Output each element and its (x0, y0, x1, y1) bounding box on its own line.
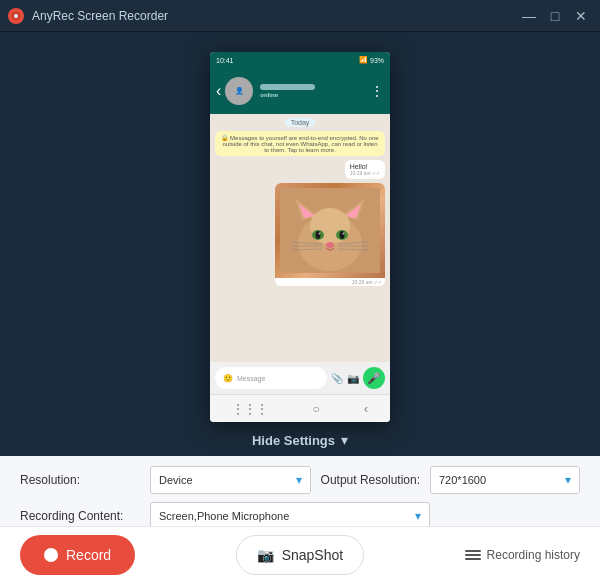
title-bar: AnyRec Screen Recorder — □ ✕ (0, 0, 600, 32)
output-res-label: Output Resolution: (321, 473, 420, 487)
wa-message-input[interactable]: 🙂 Message (215, 367, 327, 389)
nav-home-icon: ○ (312, 402, 319, 416)
nav-menu-icon: ⋮⋮⋮ (232, 402, 268, 416)
resolution-value: Device (159, 474, 193, 486)
mic-icon: 🎤 (363, 367, 385, 389)
back-icon: ‹ (216, 82, 221, 100)
phone-screen: 10:41 📶 93% ‹ 👤 online ⋮ To (210, 52, 390, 422)
hide-settings-toggle[interactable]: Hide Settings ▾ (252, 432, 348, 448)
history-lines-icon (465, 550, 481, 560)
cat-image (275, 183, 385, 278)
app-icon (8, 8, 24, 24)
content-label: Recording Content: (20, 509, 140, 523)
status-time: 10:41 (216, 57, 234, 64)
svg-point-13 (319, 233, 321, 235)
record-button[interactable]: Record (20, 535, 135, 575)
input-emoji-icon: 🙂 (223, 374, 233, 383)
content-chevron-icon: ▾ (415, 509, 421, 523)
wa-contact-name: online (257, 84, 366, 98)
snapshot-label: SnapShot (282, 547, 344, 563)
hide-settings-label: Hide Settings (252, 433, 335, 448)
svg-point-14 (343, 233, 345, 235)
maximize-button[interactable]: □ (544, 5, 566, 27)
resolution-select[interactable]: Device ▾ (150, 466, 311, 494)
wa-header: ‹ 👤 online ⋮ (210, 68, 390, 114)
bubble-text: Hello! (350, 163, 380, 170)
input-placeholder: Message (233, 375, 319, 382)
hello-bubble: Hello! 10:29 am ✓✓ (345, 160, 385, 179)
output-res-value: 720*1600 (439, 474, 486, 486)
camera-snapshot-icon: 📷 (257, 547, 274, 563)
img-bubble-time: 10:29 am ✓✓ (275, 278, 385, 286)
snapshot-button[interactable]: 📷 SnapShot (236, 535, 365, 575)
output-res-select[interactable]: 720*1600 ▾ (430, 466, 580, 494)
record-circle-icon (44, 548, 58, 562)
minimize-button[interactable]: — (518, 5, 540, 27)
status-bar: 10:41 📶 93% (210, 52, 390, 68)
wa-menu-icon: ⋮ (370, 83, 384, 99)
svg-point-11 (316, 231, 321, 239)
system-message: 🔒 Messages to yourself are end-to-end en… (215, 131, 385, 156)
svg-point-12 (340, 231, 345, 239)
svg-point-1 (14, 14, 18, 18)
app-title: AnyRec Screen Recorder (32, 9, 168, 23)
image-bubble: 10:29 am ✓✓ (275, 183, 385, 286)
wa-bottom-nav: ⋮⋮⋮ ○ ‹ (210, 394, 390, 422)
record-label: Record (66, 547, 111, 563)
wa-chat: Today 🔒 Messages to yourself are end-to-… (210, 114, 390, 362)
wa-avatar: 👤 (225, 77, 253, 105)
status-battery: 📶 93% (359, 56, 384, 64)
signal-icon: 📶 (359, 56, 368, 64)
nav-back-icon: ‹ (364, 402, 368, 416)
attach-icon: 📎 (331, 373, 343, 384)
main-content: 10:41 📶 93% ‹ 👤 online ⋮ To (0, 32, 600, 582)
camera-icon: 📷 (347, 373, 359, 384)
svg-point-15 (326, 242, 334, 248)
wa-input-bar: 🙂 Message 📎 📷 🎤 (210, 362, 390, 394)
date-chip: Today (285, 118, 316, 127)
content-value: Screen,Phone Microphone (159, 510, 289, 522)
chevron-down-icon: ▾ (341, 432, 348, 448)
close-button[interactable]: ✕ (570, 5, 592, 27)
sys-msg-text: 🔒 Messages to yourself are end-to-end en… (221, 135, 378, 153)
phone-mockup: 10:41 📶 93% ‹ 👤 online ⋮ To (210, 52, 390, 422)
history-label: Recording history (487, 548, 580, 562)
bottom-toolbar: Record 📷 SnapShot Recording history (0, 526, 600, 582)
window-controls: — □ ✕ (518, 5, 592, 27)
bubble-time: 10:29 am ✓✓ (350, 170, 380, 176)
recording-history-button[interactable]: Recording history (465, 548, 580, 562)
resolution-row: Resolution: Device ▾ Output Resolution: … (20, 466, 580, 494)
output-res-chevron-icon: ▾ (565, 473, 571, 487)
resolution-chevron-icon: ▾ (296, 473, 302, 487)
title-bar-left: AnyRec Screen Recorder (8, 8, 168, 24)
battery-text: 93% (370, 57, 384, 64)
resolution-label: Resolution: (20, 473, 140, 487)
